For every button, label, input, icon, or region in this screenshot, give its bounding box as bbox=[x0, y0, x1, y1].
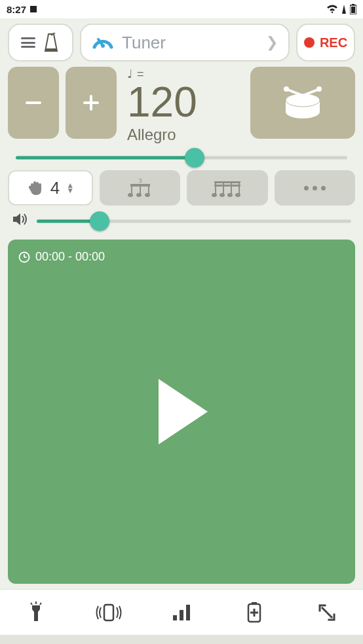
expand-icon bbox=[317, 603, 337, 622]
metronome-icon bbox=[42, 33, 60, 52]
status-app-icon bbox=[30, 6, 37, 12]
stats-button[interactable] bbox=[167, 598, 196, 627]
play-icon bbox=[149, 376, 214, 448]
tempo-display[interactable]: ♩ = 120 Allegro bbox=[123, 67, 244, 144]
pattern-row: 4 ▲▼ 3 bbox=[0, 170, 363, 212]
svg-text:3: 3 bbox=[138, 177, 142, 184]
wifi-icon bbox=[326, 5, 338, 14]
hand-icon bbox=[27, 179, 44, 196]
svg-point-22 bbox=[145, 193, 150, 197]
slider-thumb[interactable] bbox=[90, 211, 109, 231]
svg-rect-24 bbox=[214, 185, 240, 187]
svg-rect-3 bbox=[351, 7, 355, 13]
drum-icon bbox=[280, 83, 326, 122]
tuner-label: Tuner bbox=[122, 33, 166, 53]
svg-point-8 bbox=[101, 44, 105, 48]
status-bar: 8:27 bbox=[0, 0, 363, 18]
vibrate-toggle-button[interactable] bbox=[94, 598, 123, 627]
more-subdivisions-button[interactable] bbox=[275, 170, 355, 206]
fullscreen-button[interactable] bbox=[313, 598, 341, 627]
chevron-right-icon: ❯ bbox=[266, 34, 278, 51]
sound-select-button[interactable] bbox=[250, 67, 355, 139]
svg-line-38 bbox=[40, 603, 41, 605]
svg-rect-23 bbox=[214, 181, 240, 183]
play-button[interactable] bbox=[149, 376, 214, 448]
practice-timer: 00:00 - 00:00 bbox=[18, 250, 105, 264]
tuner-button[interactable]: Tuner ❯ bbox=[80, 24, 290, 62]
svg-point-30 bbox=[220, 193, 225, 197]
clock-icon bbox=[18, 251, 30, 263]
volume-slider[interactable] bbox=[37, 215, 351, 227]
svg-rect-6 bbox=[45, 48, 57, 51]
slider-fill bbox=[16, 156, 195, 160]
svg-rect-41 bbox=[180, 610, 183, 620]
svg-point-21 bbox=[136, 193, 142, 197]
bottom-spacer bbox=[0, 635, 363, 644]
svg-point-14 bbox=[316, 86, 322, 92]
svg-point-13 bbox=[284, 86, 289, 92]
top-bar: Tuner ❯ REC bbox=[0, 18, 363, 67]
hamburger-icon bbox=[21, 37, 35, 48]
menu-button[interactable] bbox=[8, 24, 73, 62]
gauge-icon bbox=[92, 31, 114, 54]
flashlight-icon bbox=[26, 601, 46, 624]
stepper-arrows-icon: ▲▼ bbox=[66, 183, 74, 194]
bar-chart-icon bbox=[172, 603, 191, 622]
svg-point-20 bbox=[128, 193, 133, 197]
subdivision-triplet-button[interactable]: 3 bbox=[100, 170, 180, 206]
sixteenth-notes-icon bbox=[209, 177, 246, 198]
volume-icon bbox=[12, 212, 28, 230]
record-dot-icon bbox=[304, 37, 315, 48]
play-area[interactable]: 00:00 - 00:00 bbox=[8, 240, 355, 584]
svg-point-29 bbox=[212, 193, 217, 197]
signal-icon bbox=[342, 5, 346, 14]
svg-rect-39 bbox=[104, 605, 113, 620]
beats-count: 4 bbox=[50, 178, 60, 198]
slider-thumb[interactable] bbox=[185, 148, 204, 168]
bottom-toolbar bbox=[0, 589, 363, 635]
record-button[interactable]: REC bbox=[296, 24, 355, 62]
svg-rect-40 bbox=[173, 615, 177, 620]
svg-line-37 bbox=[31, 603, 32, 605]
beats-per-measure-button[interactable]: 4 ▲▼ bbox=[8, 170, 93, 206]
battery-saver-button[interactable] bbox=[240, 598, 269, 627]
flash-toggle-button[interactable] bbox=[22, 598, 50, 627]
svg-point-32 bbox=[235, 193, 240, 197]
subdivision-sixteenth-button[interactable] bbox=[187, 170, 267, 206]
volume-row bbox=[0, 212, 363, 240]
vibrate-icon bbox=[96, 602, 122, 623]
status-time: 8:27 bbox=[7, 4, 26, 15]
svg-rect-42 bbox=[186, 605, 190, 620]
tempo-increase-button[interactable] bbox=[66, 67, 117, 139]
tempo-slider[interactable] bbox=[0, 149, 363, 170]
tempo-controls: ♩ = 120 Allegro bbox=[0, 67, 363, 149]
svg-point-31 bbox=[227, 193, 233, 197]
tempo-bpm: 120 bbox=[127, 81, 244, 123]
svg-rect-0 bbox=[30, 6, 37, 12]
battery-icon bbox=[350, 4, 356, 14]
more-dots-icon bbox=[304, 186, 326, 190]
tempo-name: Allegro bbox=[127, 126, 244, 144]
record-label: REC bbox=[320, 35, 347, 50]
tempo-decrease-button[interactable] bbox=[8, 67, 59, 139]
battery-plus-icon bbox=[247, 602, 261, 623]
timer-text: 00:00 - 00:00 bbox=[35, 250, 105, 264]
triplet-notes-icon: 3 bbox=[124, 177, 157, 198]
